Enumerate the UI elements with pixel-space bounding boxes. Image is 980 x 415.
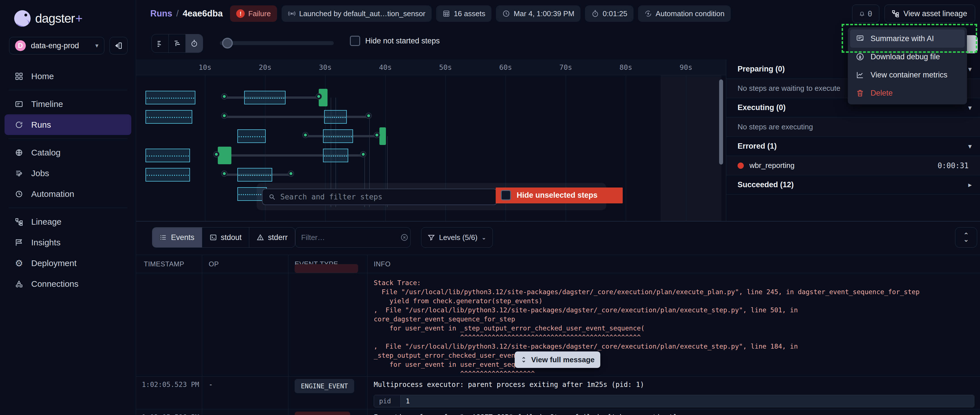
status-label: Failure [248,10,270,18]
tab-events[interactable]: Events [152,228,202,247]
event-row-run-failure[interactable]: 1:02:05.596 PM - RUN_FAILURE Execution o… [136,409,980,415]
clear-filter-icon[interactable] [400,233,409,242]
menu-item-summarize-ai[interactable]: Summarize with AI [850,29,965,48]
hide-not-started-checkbox[interactable]: Hide not started steps [350,36,440,46]
workspace-avatar: D [15,40,26,51]
section-succeeded[interactable]: Succeeded (12) ▸ [726,175,980,195]
sidebar-item-home[interactable]: Home [5,66,131,86]
gantt-step-pending[interactable] [324,110,347,124]
sidebar-item-runs[interactable]: Runs [5,114,131,135]
gantt-step-pending[interactable] [237,129,266,143]
caret-down-icon[interactable]: ▾ [968,104,972,112]
duration-tag[interactable]: 0:01:25 [585,5,633,22]
sidebar-item-label: Connections [31,279,78,289]
gantt-step-pending[interactable] [237,168,272,182]
status-badge[interactable]: ! Failure [230,5,277,22]
breadcrumb-runs-link[interactable]: Runs [150,8,172,19]
automation-condition-label: Automation condition [655,10,724,18]
sidebar-item-label: Runs [31,120,51,129]
stopwatch-icon [190,40,198,47]
gantt-zoom-slider[interactable] [220,41,334,45]
event-op: - [209,381,213,389]
gantt-step-pending[interactable] [145,168,190,182]
gantt-step-pending[interactable] [323,148,348,162]
timed-view-button[interactable] [186,34,203,53]
logo-text: dagster [35,11,75,25]
slider-handle[interactable] [222,38,233,48]
caret-down-icon[interactable]: ▾ [968,65,972,73]
run-id: 4eae6dba [183,8,223,19]
automation-condition-tag[interactable]: Automation condition [638,5,731,22]
caret-right-icon[interactable]: ▸ [968,181,972,188]
sidebar-item-connections[interactable]: Connections [5,273,131,294]
checkbox[interactable] [501,190,511,200]
tab-stdout[interactable]: stdout [202,228,250,247]
logo[interactable]: dagster+ [0,0,136,27]
menu-item-container-metrics[interactable]: View container metrics [850,66,965,84]
step-search-input[interactable] [280,193,491,201]
gantt-step-pending[interactable] [323,129,353,143]
step-duration: 0:00:31 [937,161,969,170]
sidebar-item-catalog[interactable]: Catalog [5,142,131,163]
flat-list-icon [156,40,164,47]
menu-item-delete[interactable]: Delete [850,84,965,102]
sensor-icon [288,10,296,18]
sidebar-item-timeline[interactable]: Timeline [5,94,131,114]
sidebar-item-automation[interactable]: Automation [5,184,131,204]
expand-log-panel-button[interactable]: ⌃ ⌄ [955,227,977,247]
flat-view-button[interactable] [152,34,169,53]
gantt-step-pending[interactable] [145,91,196,104]
view-asset-lineage-button[interactable]: View asset lineage [885,5,975,23]
assets-tag[interactable]: 16 assets [436,5,492,22]
gantt-scrollbar[interactable] [719,80,723,164]
errored-step-row[interactable]: wbr_reporting 0:00:31 [726,156,980,175]
section-errored[interactable]: Errored (1) ▾ [726,137,980,156]
assets-label: 16 assets [454,10,485,18]
launched-by-tag[interactable]: Launched by default_aut…tion_sensor [282,5,431,22]
log-filter-input[interactable] [301,233,396,242]
menu-item-label: Delete [870,89,892,97]
insights-icon [14,238,24,247]
home-grid-icon [14,72,24,81]
notifications-button[interactable]: 0 [852,5,879,23]
run-actions-menu: Summarize with AI Download debug file Vi… [848,27,967,104]
hide-unselected-highlight: Hide unselected steps [496,187,623,203]
jobs-icon [14,169,24,178]
gantt-step-pending[interactable] [145,148,190,162]
menu-item-download-debug[interactable]: Download debug file [850,48,965,66]
waterfall-view-button[interactable] [169,34,186,53]
catalog-globe-icon [14,148,24,157]
sidebar-item-deployment[interactable]: ⚙ Deployment [5,253,131,273]
caret-down-icon[interactable]: ▾ [968,143,972,150]
scrolled-badge-partial [294,264,358,273]
tab-stderr[interactable]: stderr [249,228,295,247]
checkbox[interactable] [350,36,360,46]
sidebar-item-jobs[interactable]: Jobs [5,163,131,184]
gantt-connector-dot [316,94,321,99]
gantt-step-pending[interactable] [145,110,192,124]
hide-unselected-checkbox[interactable]: Hide unselected steps [501,190,597,200]
metrics-chart-icon [855,71,865,79]
sidebar-item-lineage[interactable]: Lineage [5,211,131,232]
stack-trace-text: Stack Trace: File "/usr/local/lib/python… [374,278,920,378]
sidebar-item-label: Lineage [31,217,62,227]
section-executing-empty: No steps are executing [726,117,980,137]
lineage-icon [891,10,899,18]
gantt-chart[interactable]: 10s20s30s40s50s60s70s80s90s Hide unselec… [136,59,726,221]
launched-by-label: Launched by default_aut…tion_sensor [299,10,425,18]
step-search-box[interactable] [262,188,497,205]
collapse-sidebar-button[interactable] [110,37,127,54]
funnel-icon [428,234,435,241]
gantt-step-pending[interactable] [244,91,286,104]
sidebar-item-insights[interactable]: Insights [5,232,131,253]
workspace-selector[interactable]: D data-eng-prod ▾ [9,37,104,54]
log-filter-box[interactable] [295,227,410,247]
tab-label: stderr [268,233,288,242]
datetime-tag[interactable]: Mar 4, 1:00:39 PM [496,5,581,22]
event-row-engine-event[interactable]: 1:02:05.523 PM - ENGINE_EVENT Multiproce… [136,377,980,409]
gantt-step-success[interactable] [379,128,386,145]
divider [8,208,127,208]
gantt-step-success[interactable] [218,147,232,164]
levels-dropdown[interactable]: Levels (5/6) ⌄ [421,227,493,247]
view-full-message-button[interactable]: View full message [515,351,600,368]
